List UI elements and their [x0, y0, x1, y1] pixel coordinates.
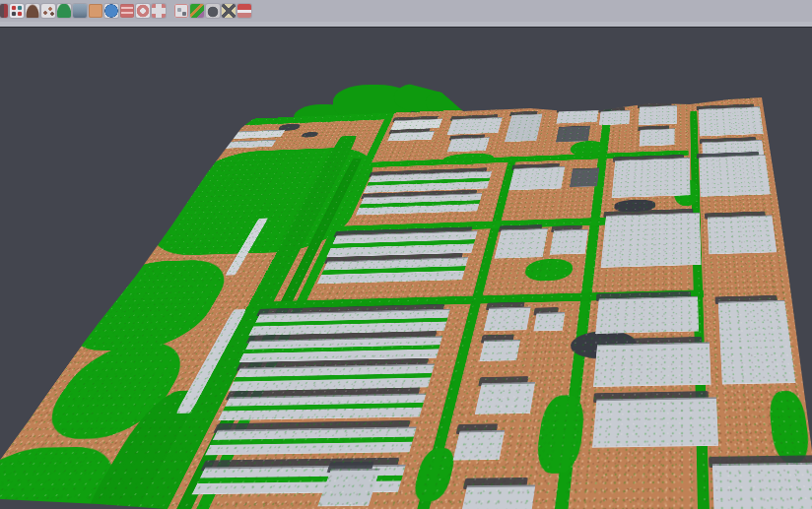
camera-dark-icon[interactable]	[206, 4, 220, 18]
point-pair-align-icon[interactable]	[10, 4, 24, 18]
building-roof	[475, 382, 535, 414]
ortho-tile-icon[interactable]	[89, 4, 102, 18]
building-roof	[640, 128, 675, 146]
building-roof	[699, 106, 764, 136]
vegetation-dem-icon[interactable]	[57, 4, 71, 18]
building-roof	[595, 296, 699, 334]
building-roof	[505, 113, 543, 142]
building-roof	[456, 484, 535, 509]
building-roof	[708, 215, 777, 254]
building-roof	[556, 109, 598, 123]
sample-points-icon[interactable]	[41, 4, 55, 18]
selection-frame-icon[interactable]	[152, 4, 166, 18]
building-roof	[550, 229, 588, 255]
building-roof	[699, 155, 770, 197]
building-roof	[446, 117, 502, 135]
point-cloud-render	[0, 28, 812, 509]
building-roof	[484, 307, 531, 332]
building-roof	[317, 257, 468, 284]
globe-icon[interactable]	[104, 4, 118, 18]
building-roof	[592, 397, 718, 447]
flag-red-icon[interactable]	[237, 4, 251, 18]
building-roof	[612, 158, 691, 198]
toolbar	[0, 0, 812, 22]
building-roof	[556, 126, 590, 143]
profile-bar-icon[interactable]	[73, 4, 87, 18]
building-roof	[601, 213, 702, 268]
building-roof	[479, 340, 520, 361]
building-roof	[712, 462, 812, 509]
3d-viewport[interactable]	[0, 28, 812, 509]
mesh-terrain-icon[interactable]	[26, 4, 39, 18]
partial-tool-icon[interactable]	[0, 4, 8, 18]
building-roof	[718, 300, 796, 385]
building-roof	[508, 166, 565, 190]
clear-marks-icon[interactable]	[222, 4, 236, 18]
application-window	[0, 0, 812, 509]
building-roof	[599, 110, 631, 125]
red-layers-icon[interactable]	[120, 4, 134, 18]
building-roof	[533, 312, 565, 331]
building-roof	[495, 228, 548, 259]
red-ring-icon[interactable]	[136, 4, 150, 18]
classification-map-icon[interactable]	[190, 4, 204, 18]
building-roof	[205, 426, 417, 455]
building-roof	[447, 137, 490, 152]
building-roof	[593, 342, 711, 387]
building-roof	[570, 167, 599, 187]
terrain-plane	[0, 96, 812, 509]
building-roof	[453, 430, 506, 461]
building-roof	[218, 393, 426, 420]
raster-grid-icon[interactable]	[174, 4, 188, 18]
building-roof	[639, 105, 677, 125]
